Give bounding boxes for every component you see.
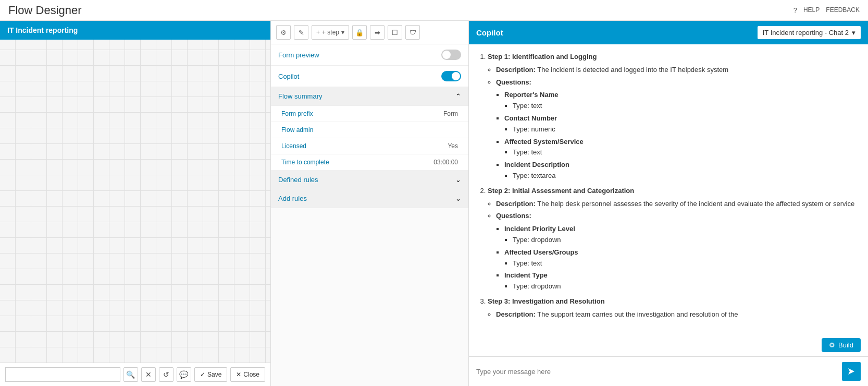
- edit-button[interactable]: ✎: [294, 25, 308, 40]
- flow-summary-chevron-icon: ⌃: [455, 92, 461, 100]
- help-link[interactable]: HELP: [803, 6, 820, 14]
- build-btn-wrapper: ⚙ Build: [469, 338, 868, 356]
- licensed-value: Yes: [448, 142, 458, 150]
- left-panel-footer: 🔍 ✕ ↺ 💬 ✓ Save ✕ Close: [0, 363, 270, 386]
- step2-description: The help desk personnel assesses the sev…: [537, 200, 854, 208]
- undo-button[interactable]: ↺: [159, 367, 173, 382]
- flow-summary-table: Form prefix Form Flow admin Licensed Yes…: [271, 106, 468, 171]
- form-prefix-value: Form: [443, 110, 458, 117]
- settings-button[interactable]: ⚙: [276, 25, 291, 40]
- build-button[interactable]: ⚙ Build: [822, 338, 861, 352]
- middle-toolbar: ⚙ ✎ + + step ▾ 🔒 ➡ ☐ 🛡: [271, 21, 468, 44]
- shield-button[interactable]: 🛡: [405, 25, 420, 40]
- copilot-chat-label: IT Incident reporting - Chat 2: [763, 29, 849, 37]
- add-rules-section-header[interactable]: Add rules ⌄: [271, 189, 468, 208]
- lock-button[interactable]: 🔒: [352, 25, 367, 40]
- add-rules-chevron-icon: ⌄: [455, 195, 461, 202]
- copilot-label: Copilot: [278, 73, 299, 80]
- licensed-key: Licensed: [281, 142, 306, 150]
- app-header: Flow Designer ? HELP FEEDBACK: [0, 0, 868, 21]
- step2-title: Step 2: Initial Assessment and Categoriz…: [488, 187, 634, 195]
- close-button[interactable]: ✕ Close: [230, 367, 265, 382]
- send-button[interactable]: [842, 362, 861, 381]
- layout-button[interactable]: ☐: [388, 25, 402, 40]
- step1-description: The incident is detected and logged into…: [537, 66, 728, 74]
- left-panel: IT Incident reporting 🔍 ✕ ↺ 💬 ✓ Save ✕ C…: [0, 21, 271, 386]
- clear-button[interactable]: ✕: [141, 367, 156, 382]
- save-button[interactable]: ✓ Save: [194, 367, 227, 382]
- step3-title: Step 3: Investigation and Resolution: [488, 297, 605, 305]
- export-button[interactable]: ➡: [370, 25, 385, 40]
- app-title: Flow Designer: [8, 4, 82, 17]
- flow-name-label: IT Incident reporting: [7, 26, 78, 34]
- send-icon: [847, 367, 855, 376]
- summary-row-licensed: Licensed Yes: [271, 138, 468, 154]
- svg-marker-0: [848, 368, 854, 375]
- form-preview-toggle[interactable]: [441, 50, 461, 60]
- flow-summary-label: Flow summary: [278, 92, 323, 100]
- defined-rules-chevron-icon: ⌄: [455, 176, 461, 184]
- summary-row-time: Time to complete 03:00:00: [271, 154, 468, 171]
- flow-summary-section-header[interactable]: Flow summary ⌃: [271, 87, 468, 106]
- copilot-toggle[interactable]: [441, 71, 461, 81]
- close-x-icon: ✕: [236, 371, 241, 378]
- defined-rules-label: Defined rules: [278, 176, 318, 184]
- save-checkmark-icon: ✓: [200, 371, 205, 378]
- help-icon: ?: [793, 6, 797, 14]
- add-rules-label: Add rules: [278, 195, 307, 202]
- form-preview-row: Form preview: [271, 44, 468, 66]
- summary-row-form-prefix: Form prefix Form: [271, 106, 468, 122]
- form-preview-label: Form preview: [278, 51, 319, 59]
- copilot-content: Step 1: Identification and Logging Descr…: [469, 44, 868, 338]
- time-value: 03:00:00: [433, 159, 458, 166]
- search-button[interactable]: 🔍: [123, 367, 138, 382]
- message-input[interactable]: [476, 362, 837, 381]
- copilot-right-area: Step 1: Identification and Logging Descr…: [469, 44, 868, 386]
- copilot-toggle-slider: [441, 71, 461, 81]
- summary-row-flow-admin: Flow admin: [271, 122, 468, 138]
- gear-icon: ⚙: [829, 341, 835, 349]
- toggle-slider: [441, 50, 461, 60]
- copilot-chat-dropdown[interactable]: IT Incident reporting - Chat 2 ▾: [758, 26, 861, 39]
- middle-panel: ⚙ ✎ + + step ▾ 🔒 ➡ ☐ 🛡 Form preview: [271, 21, 469, 386]
- copilot-footer: [469, 356, 868, 386]
- search-input[interactable]: [5, 367, 120, 382]
- chevron-down-icon: ▾: [341, 29, 344, 36]
- copilot-header: Copilot IT Incident reporting - Chat 2 ▾: [469, 21, 868, 44]
- header-links: ? HELP FEEDBACK: [793, 6, 860, 14]
- comment-button[interactable]: 💬: [177, 367, 191, 382]
- middle-content: Form preview Copilot Flow summary ⌃: [271, 44, 468, 386]
- time-key: Time to complete: [281, 159, 329, 166]
- form-prefix-key: Form prefix: [281, 110, 313, 117]
- flow-admin-key: Flow admin: [281, 126, 313, 134]
- left-panel-header: IT Incident reporting: [0, 21, 270, 40]
- add-step-button[interactable]: + + step ▾: [312, 25, 349, 40]
- copilot-panel-title: Copilot: [476, 28, 503, 37]
- main-layout: IT Incident reporting 🔍 ✕ ↺ 💬 ✓ Save ✕ C…: [0, 21, 868, 386]
- step1-title: Step 1: Identification and Logging: [488, 53, 597, 61]
- copilot-row: Copilot: [271, 66, 468, 87]
- plus-icon: +: [316, 29, 320, 36]
- feedback-link[interactable]: FEEDBACK: [826, 6, 860, 14]
- flow-canvas: [0, 40, 270, 363]
- defined-rules-section-header[interactable]: Defined rules ⌄: [271, 171, 468, 189]
- dropdown-chevron-icon: ▾: [852, 29, 855, 37]
- step3-description: The support team carries out the investi…: [537, 310, 738, 318]
- copilot-panel: Copilot IT Incident reporting - Chat 2 ▾…: [469, 21, 868, 386]
